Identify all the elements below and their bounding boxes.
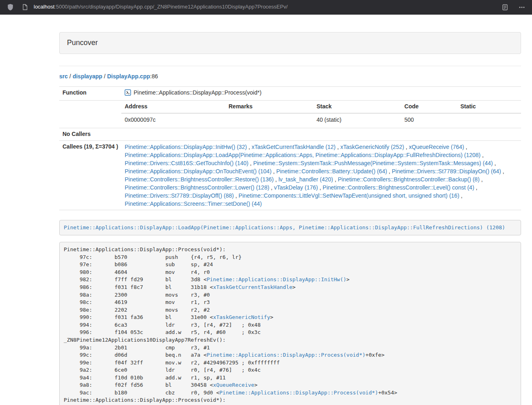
callee-separator: , [493, 160, 496, 166]
breadcrumb-link-displayapp[interactable]: displayapp [73, 73, 102, 80]
callee-separator: , [247, 144, 252, 150]
callee-link[interactable]: Pinetime::Applications::DisplayApp::Load… [125, 152, 480, 158]
stats-header-address: Address [121, 101, 225, 113]
callee-link[interactable]: Pinetime::Drivers::Cst816S::GetTouchInfo… [125, 160, 248, 166]
callee-link[interactable]: xTaskGetCurrentTaskHandle (12) [252, 144, 336, 150]
callee-separator: , [336, 144, 340, 150]
app-header-panel: Puncover [59, 32, 521, 54]
callee-separator: , [459, 192, 463, 199]
stats-header-static: Static [457, 101, 521, 113]
breadcrumb-line-number: :86 [150, 73, 158, 80]
callee-link[interactable]: Pinetime::Components::LittleVgl::SetNewT… [239, 192, 459, 199]
stats-address-value: 0x0000097c [121, 113, 225, 128]
callee-link[interactable]: Pinetime::Drivers::St7789::DisplayOff() … [125, 192, 234, 199]
stats-stack-value: 40 (static) [313, 113, 401, 128]
disassembly-symbol-link[interactable]: Pinetime::Applications::DisplayApp::Proc… [207, 352, 365, 358]
page-info-icon[interactable] [19, 2, 30, 13]
selected-callee-link[interactable]: Pinetime::Applications::DisplayApp::Load… [64, 224, 505, 231]
callee-separator: , [274, 176, 278, 183]
disassembly-symbol-link[interactable]: xQueueReceive [213, 382, 254, 388]
callee-separator: , [480, 152, 484, 158]
stats-static-value [457, 113, 521, 128]
callee-separator: , [271, 168, 276, 174]
callee-separator: , [480, 176, 483, 183]
page-container: Puncover src/displayapp/DisplayApp.cpp:8… [59, 32, 521, 405]
callee-link[interactable]: xTaskGenericNotify (252) [340, 144, 404, 150]
callee-separator: , [234, 192, 239, 199]
shield-icon[interactable] [5, 2, 15, 13]
function-signature: Pinetime::Applications::DisplayApp::Proc… [134, 89, 261, 96]
browser-toolbar: localhost:5000/path/src/displayapp/Displ… [0, 0, 532, 15]
callers-row: No Callers [59, 128, 521, 140]
selected-callee-box: Pinetime::Applications::DisplayApp::Load… [59, 220, 521, 236]
breadcrumb-separator: / [104, 73, 106, 80]
reader-view-icon[interactable] [500, 2, 510, 13]
callee-separator: , [269, 184, 274, 191]
callee-link[interactable]: Pinetime::Controllers::Battery::Update()… [276, 168, 387, 174]
callers-label: No Callers [59, 128, 121, 140]
url-host: localhost [34, 4, 54, 10]
url-bar[interactable]: localhost:5000/path/src/displayapp/Displ… [19, 2, 500, 13]
disassembly-symbol-link[interactable]: xTaskGetCurrentTaskHandle [213, 284, 293, 290]
app-title: Puncover [67, 39, 98, 47]
function-label: Function [59, 86, 121, 100]
breadcrumb: src/displayapp/DisplayApp.cpp:86 [59, 73, 521, 81]
disassembly-code: Pinetime::Applications::DisplayApp::Proc… [64, 246, 397, 405]
callee-separator: , [464, 144, 467, 150]
callee-link[interactable]: xQueueReceive (764) [409, 144, 464, 150]
callee-link[interactable]: Pinetime::Controllers::BrightnessControl… [323, 184, 474, 191]
callee-link[interactable]: Pinetime::Drivers::St7789::DisplayOn() (… [392, 168, 501, 174]
disassembly-symbol-link[interactable]: Pinetime::Applications::DisplayApp::Init… [207, 276, 346, 282]
breadcrumb-separator: / [69, 73, 71, 80]
callee-separator: , [387, 168, 392, 174]
callees-row: Callees (19, Σ=3704 ) Pinetime::Applicat… [59, 140, 521, 210]
callee-separator: , [248, 160, 253, 166]
disassembly-symbol-link[interactable]: xTaskGenericNotify [213, 314, 270, 320]
stats-header-remarks: Remarks [225, 101, 313, 113]
callees-list: Pinetime::Applications::DisplayApp::Init… [121, 140, 521, 210]
function-icon [125, 89, 131, 98]
disassembly-symbol-link[interactable]: Pinetime::Applications::DisplayApp::Proc… [220, 390, 378, 396]
callee-separator: , [333, 176, 338, 183]
stats-row: Address Remarks Stack Code Static 0x0000… [59, 100, 521, 128]
callee-separator: , [501, 168, 504, 174]
callee-link[interactable]: Pinetime::Controllers::BrightnessControl… [125, 184, 269, 191]
divider [59, 66, 521, 66]
function-row: Function Pinetime::Applications::Display… [59, 86, 521, 100]
stats-table: Address Remarks Stack Code Static 0x0000… [121, 101, 521, 128]
stats-values-row: 0x0000097c 40 (static) 500 [121, 113, 521, 128]
callee-link[interactable]: Pinetime::Applications::Screens::Timer::… [125, 200, 262, 207]
breadcrumb-link-file[interactable]: DisplayApp.cpp [107, 73, 150, 80]
callee-link[interactable]: Pinetime::Controllers::BrightnessControl… [338, 176, 479, 183]
url-path: :5000/path/src/displayapp/DisplayApp.cpp… [54, 4, 288, 10]
toolbar-right [500, 2, 527, 13]
callee-link[interactable]: Pinetime::Applications::DisplayApp::Init… [125, 144, 247, 150]
stats-header-stack: Stack [313, 101, 401, 113]
callee-separator: , [474, 184, 478, 191]
breadcrumb-link-src[interactable]: src [59, 73, 68, 80]
callee-link[interactable]: lv_task_handler (420) [278, 176, 333, 183]
callee-link[interactable]: vTaskDelay (176) [274, 184, 318, 191]
url-text: localhost:5000/path/src/displayapp/Displ… [34, 3, 288, 11]
stats-remarks-value [225, 113, 313, 128]
disassembly-block: Pinetime::Applications::DisplayApp::Proc… [59, 242, 521, 405]
callee-link[interactable]: Pinetime::Applications::DisplayApp::OnTo… [125, 168, 271, 174]
stats-code-value: 500 [401, 113, 457, 128]
callee-separator: , [404, 144, 409, 150]
symbol-table: Function Pinetime::Applications::Display… [59, 86, 521, 210]
stats-header-code: Code [401, 101, 457, 113]
callee-separator: , [318, 184, 323, 191]
callees-label: Callees (19, Σ=3704 ) [59, 140, 121, 210]
callee-link[interactable]: Pinetime::Controllers::BrightnessControl… [125, 176, 274, 183]
callee-link[interactable]: Pinetime::System::SystemTask::PushMessag… [253, 160, 493, 166]
menu-dots-icon[interactable] [517, 2, 527, 13]
